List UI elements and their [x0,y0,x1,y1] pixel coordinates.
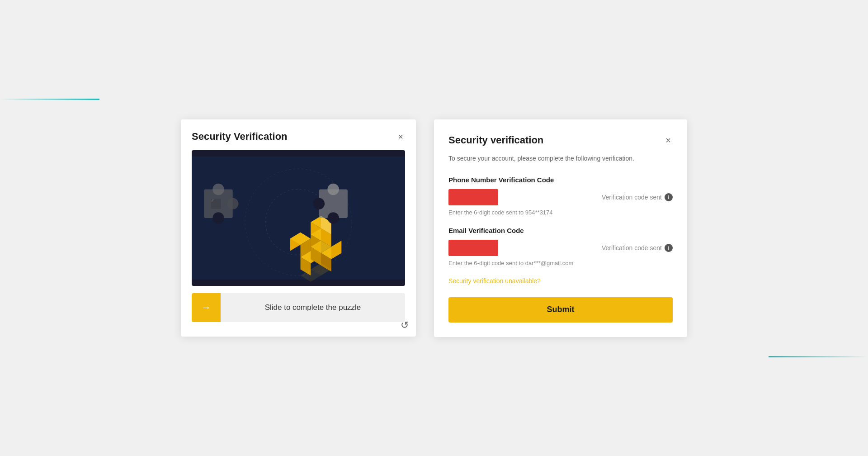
slide-bar[interactable]: → Slide to complete the puzzle [192,293,405,322]
deco-line-bottom [769,356,868,357]
phone-section: Phone Number Verification Code Verificat… [448,176,673,216]
email-hint: Enter the 6-digit code sent to dar***@gm… [448,260,673,266]
phone-info-icon: i [665,193,673,201]
svg-point-31 [327,184,339,195]
svg-point-30 [327,212,339,223]
phone-section-label: Phone Number Verification Code [448,176,673,184]
email-section-label: Email Verification Code [448,227,673,234]
svg-point-24 [227,198,238,209]
left-panel-title: Security Verification [192,131,288,142]
svg-point-25 [212,212,224,223]
right-panel-title: Security verification [448,134,543,146]
left-panel-close-button[interactable]: × [396,130,405,143]
svg-text:⬛: ⬛ [210,198,223,210]
email-code-sent-label: Verification code sent i [602,244,673,252]
phone-code-input[interactable] [448,189,498,205]
slide-handle[interactable]: → [192,293,221,322]
email-code-row: Verification code sent i [448,240,673,256]
left-panel-header: Security Verification × [192,130,405,143]
phone-code-sent-label: Verification code sent i [602,193,673,201]
phone-hint: Enter the 6-digit code sent to 954**3174 [448,209,673,216]
left-panel: Security Verification × [181,119,416,337]
svg-point-26 [212,184,224,195]
unavailable-link[interactable]: Security verification unavailable? [448,277,673,285]
submit-button[interactable]: Submit [448,297,673,323]
phone-code-row: Verification code sent i [448,189,673,205]
right-panel-header: Security verification × [448,134,673,147]
refresh-button[interactable]: ↺ [401,319,409,331]
right-panel-close-button[interactable]: × [664,134,673,147]
puzzle-svg: ⬛ [192,150,405,286]
deco-line-top [0,99,99,100]
email-info-icon: i [665,244,673,252]
email-section: Email Verification Code Verification cod… [448,227,673,266]
email-code-input[interactable] [448,240,498,256]
svg-point-29 [313,198,325,209]
right-panel-subtitle: To secure your account, please complete … [448,154,673,163]
right-panel: Security verification × To secure your a… [434,119,687,337]
slide-arrow-icon: → [201,302,211,314]
slide-text: Slide to complete the puzzle [221,303,405,312]
puzzle-image-area: ⬛ [192,150,405,286]
